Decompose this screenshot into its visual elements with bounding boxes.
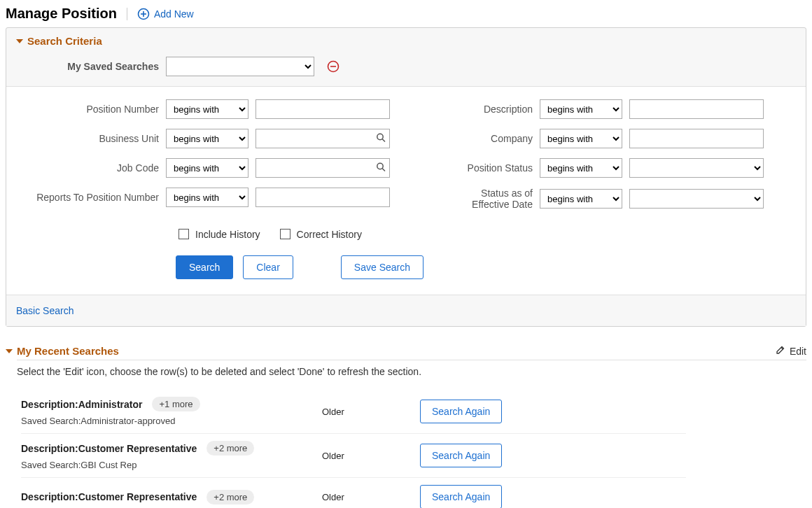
job-code-op[interactable]: begins with bbox=[166, 158, 248, 178]
job-code-label: Job Code bbox=[16, 162, 159, 174]
company-input[interactable] bbox=[629, 129, 764, 148]
saved-searches-select[interactable] bbox=[166, 57, 314, 76]
position-status-op[interactable]: begins with bbox=[540, 158, 622, 178]
more-badge[interactable]: +1 more bbox=[152, 397, 200, 411]
recent-item-time: Older bbox=[322, 492, 420, 502]
recent-item-time: Older bbox=[322, 407, 420, 417]
description-label: Description bbox=[446, 104, 533, 115]
divider bbox=[127, 8, 127, 20]
add-new-label: Add New bbox=[154, 8, 194, 20]
business-unit-input[interactable] bbox=[255, 129, 390, 148]
reports-to-op[interactable]: begins with bbox=[166, 188, 248, 207]
edit-button[interactable]: Edit bbox=[776, 345, 806, 357]
recent-searches-toggle[interactable]: My Recent Searches bbox=[6, 345, 119, 357]
basic-search-link[interactable]: Basic Search bbox=[16, 305, 74, 316]
pencil-icon bbox=[776, 345, 785, 357]
recent-item-title: Description:Administrator bbox=[21, 399, 142, 410]
position-number-input[interactable] bbox=[255, 99, 390, 119]
recent-hint: Select the 'Edit' icon, choose the row(s… bbox=[17, 360, 806, 377]
position-status-label: Position Status bbox=[446, 162, 533, 174]
recent-item-saved: Saved Search:GBI Cust Rep bbox=[21, 460, 322, 470]
remove-saved-search-button[interactable] bbox=[327, 60, 340, 73]
search-criteria-title: Search Criteria bbox=[27, 35, 102, 47]
svg-line-8 bbox=[382, 169, 385, 171]
chevron-down-icon bbox=[16, 39, 23, 43]
search-criteria-panel: Search Criteria My Saved Searches Positi… bbox=[6, 27, 806, 327]
more-badge[interactable]: +2 more bbox=[206, 441, 254, 456]
chevron-down-icon bbox=[6, 349, 13, 353]
plus-circle-icon bbox=[137, 8, 150, 20]
more-badge[interactable]: +2 more bbox=[206, 490, 254, 505]
correct-history-checkbox[interactable]: Correct History bbox=[277, 227, 362, 241]
status-eff-op[interactable]: begins with bbox=[540, 189, 622, 209]
clear-button[interactable]: Clear bbox=[243, 255, 293, 279]
svg-point-7 bbox=[377, 163, 383, 169]
business-unit-op[interactable]: begins with bbox=[166, 129, 248, 148]
status-eff-label: Status as of Effective Date bbox=[446, 188, 533, 210]
position-number-op[interactable]: begins with bbox=[166, 99, 248, 119]
page-title: Manage Position bbox=[6, 6, 117, 22]
status-eff-input[interactable] bbox=[629, 189, 764, 209]
search-criteria-toggle[interactable]: Search Criteria bbox=[16, 35, 796, 47]
lookup-icon[interactable] bbox=[376, 133, 386, 145]
include-history-label: Include History bbox=[195, 229, 260, 240]
position-number-label: Position Number bbox=[16, 104, 159, 115]
reports-to-label: Reports To Position Number bbox=[16, 192, 159, 203]
company-op[interactable]: begins with bbox=[540, 129, 622, 148]
search-again-button[interactable]: Search Again bbox=[420, 444, 502, 467]
include-history-checkbox[interactable]: Include History bbox=[176, 227, 260, 241]
search-button[interactable]: Search bbox=[176, 255, 233, 279]
svg-point-5 bbox=[377, 134, 383, 139]
minus-circle-icon bbox=[327, 60, 340, 73]
job-code-input[interactable] bbox=[255, 158, 390, 178]
reports-to-input[interactable] bbox=[255, 188, 390, 207]
save-search-button[interactable]: Save Search bbox=[341, 255, 424, 279]
correct-history-input[interactable] bbox=[280, 229, 290, 239]
description-input[interactable] bbox=[629, 99, 764, 119]
search-again-button[interactable]: Search Again bbox=[420, 400, 502, 423]
include-history-input[interactable] bbox=[178, 229, 189, 239]
recent-item-title: Description:Customer Representative bbox=[21, 443, 197, 454]
add-new-button[interactable]: Add New bbox=[137, 8, 194, 20]
company-label: Company bbox=[446, 133, 533, 144]
lookup-icon[interactable] bbox=[376, 162, 386, 174]
recent-item-time: Older bbox=[322, 451, 420, 461]
svg-line-6 bbox=[382, 139, 385, 142]
position-status-input[interactable] bbox=[629, 158, 764, 178]
description-op[interactable]: begins with bbox=[540, 99, 622, 119]
recent-item-saved: Saved Search:Administrator-approved bbox=[21, 416, 322, 426]
search-again-button[interactable]: Search Again bbox=[420, 485, 502, 508]
business-unit-label: Business Unit bbox=[16, 133, 159, 144]
correct-history-label: Correct History bbox=[297, 229, 362, 240]
edit-label: Edit bbox=[790, 346, 806, 357]
saved-searches-label: My Saved Searches bbox=[16, 61, 159, 72]
recent-item-title: Description:Customer Representative bbox=[21, 491, 197, 502]
recent-searches-title: My Recent Searches bbox=[17, 345, 119, 357]
